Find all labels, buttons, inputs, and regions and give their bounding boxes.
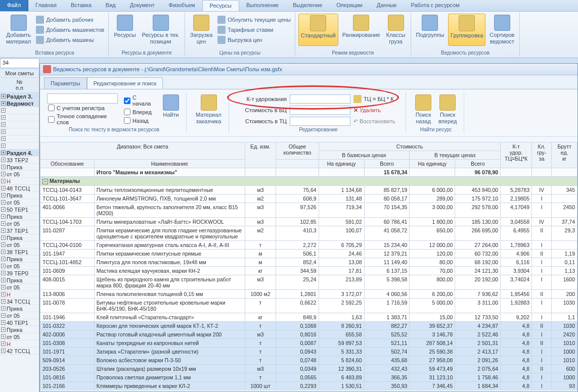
left-row[interactable]: +Раздел 3. bbox=[0, 93, 39, 100]
left-row[interactable]: +Н bbox=[0, 340, 39, 348]
left-row[interactable]: +Прика bbox=[0, 164, 39, 171]
resource-grid[interactable]: Диапазон: Вся смета Ед. изм. Общее колич… bbox=[40, 142, 577, 391]
left-row[interactable]: +Н bbox=[0, 291, 39, 298]
table-row[interactable]: 101-0287Плитки керамические для полов гл… bbox=[40, 226, 577, 241]
left-row[interactable]: +Прика bbox=[0, 192, 39, 199]
menu-tab[interactable]: Операции bbox=[329, 0, 369, 11]
back-checkbox[interactable]: Назад bbox=[123, 116, 156, 125]
left-row[interactable]: +от 05 bbox=[0, 333, 39, 340]
left-row[interactable]: +Прика bbox=[0, 305, 39, 312]
ranking-button[interactable]: Ранжирование bbox=[340, 14, 382, 46]
tab-params[interactable]: Параметры bbox=[44, 77, 87, 89]
left-row[interactable]: +Раздел 4. bbox=[0, 150, 39, 157]
classes-button[interactable]: Классы груза bbox=[384, 14, 408, 46]
category-row[interactable]: −Материалы bbox=[40, 177, 577, 186]
table-row[interactable]: 101-0816Проволока светлая диаметром 1,1 … bbox=[40, 373, 577, 382]
left-row[interactable]: +от 05 bbox=[0, 171, 39, 178]
menu-tab[interactable]: Выделение bbox=[286, 0, 329, 11]
standard-view-button[interactable]: Стандартный bbox=[298, 14, 338, 46]
table-row[interactable]: 101-1971Затирка «Старатели» (разной цвет… bbox=[40, 348, 577, 356]
table-row[interactable]: 101-1946Клей плиточный «Старатель-станда… bbox=[40, 313, 577, 322]
tariff-button[interactable]: Тарифные ставки bbox=[216, 25, 292, 34]
menu-tab[interactable]: Физобъем bbox=[162, 0, 202, 11]
left-row[interactable]: +33 ТЕР2 bbox=[0, 157, 39, 164]
table-row[interactable]: 101-0322Керосин для технических целей ма… bbox=[40, 322, 577, 330]
delete-button[interactable]: Удалить bbox=[353, 107, 381, 114]
menu-tab[interactable]: Главная bbox=[28, 0, 64, 11]
table-row[interactable]: 509-0914Волокно асбестовое марки П-3-50т… bbox=[40, 356, 577, 365]
left-row[interactable]: +42 ТССЦ bbox=[0, 348, 39, 355]
menu-tab[interactable]: Вставка bbox=[64, 0, 99, 11]
load-prices-button[interactable]: Загрузка цен bbox=[188, 14, 214, 46]
table-row[interactable]: 402-0006Раствор готовый кладочный цемент… bbox=[40, 330, 577, 339]
left-row[interactable]: +38 ТЕР1 bbox=[0, 249, 39, 256]
find-button[interactable]: Найти bbox=[161, 93, 181, 126]
zero-prices-button[interactable]: Обнулить текущие цены bbox=[216, 15, 292, 24]
table-row[interactable]: ТССЦ-101-3647Линолеум ARMSTRONG, ПХВ, то… bbox=[40, 194, 577, 203]
left-row[interactable]: +48 ТССЦ bbox=[0, 185, 39, 192]
k-coef-input[interactable] bbox=[290, 94, 350, 104]
left-row[interactable]: +Прика bbox=[0, 213, 39, 220]
left-row[interactable]: +Прика bbox=[0, 277, 39, 284]
left-row[interactable]: + bbox=[0, 107, 39, 114]
add-machinists-button[interactable]: Добавить машинистов bbox=[35, 25, 105, 34]
menu-tab[interactable]: Данные bbox=[370, 0, 404, 11]
add-workers-button[interactable]: Добавить рабочих bbox=[35, 15, 105, 24]
forward-checkbox[interactable]: Вперед bbox=[123, 108, 156, 116]
table-row[interactable]: 401-0066Бетон тяжелый, крупность заполни… bbox=[40, 203, 577, 218]
left-row[interactable]: +от 05 bbox=[0, 263, 39, 270]
table-row[interactable]: ТССЦ-101-4852Плинтуса для полов пластико… bbox=[40, 258, 577, 267]
menu-tab[interactable]: Ресурсы bbox=[202, 0, 239, 11]
search-input[interactable] bbox=[47, 93, 118, 104]
table-row[interactable]: 101-2166Кляммеры приведенные к марке КЛ-… bbox=[40, 382, 577, 390]
customer-material-button[interactable]: Материал заказчика bbox=[194, 93, 224, 126]
table-row[interactable]: 101-0609Мастика клеящая каучуковая, марк… bbox=[40, 267, 577, 275]
left-row[interactable]: +от 05 bbox=[0, 312, 39, 319]
find-forward-button[interactable]: Поиск вперед bbox=[436, 93, 459, 126]
left-row[interactable]: +от 05 bbox=[0, 284, 39, 291]
left-row[interactable]: +40 ТЕР1 bbox=[0, 319, 39, 326]
left-row[interactable]: + bbox=[0, 135, 39, 142]
menu-tab[interactable]: Выполнение bbox=[239, 0, 286, 11]
exact-match-checkbox[interactable]: Точное совпадение слов bbox=[47, 112, 118, 126]
left-row[interactable]: +от 05 bbox=[0, 199, 39, 206]
resources-button[interactable]: Ресурсы bbox=[112, 14, 138, 46]
table-row[interactable]: ТССЦ-204-0100Горячекатаная арматурная ст… bbox=[40, 241, 577, 250]
table-row[interactable]: 101-0308Канаты трехрядные из капроновых … bbox=[40, 339, 577, 348]
left-row[interactable]: +50 ТЕР1 bbox=[0, 206, 39, 213]
subgroups-button[interactable]: Подгруппы bbox=[414, 14, 447, 46]
menu-tab[interactable]: Вид bbox=[99, 0, 123, 11]
tab-edit-search[interactable]: Редактирование и поиск bbox=[87, 77, 163, 89]
table-row[interactable]: 101-1947Плитки керамические плинтусные п… bbox=[40, 250, 577, 258]
from-start-checkbox[interactable]: С начала bbox=[123, 93, 156, 108]
formula-bar[interactable]: 34 bbox=[0, 58, 39, 68]
left-row[interactable]: +от 05 bbox=[0, 241, 39, 249]
sorting-button[interactable]: Сортиров ведомост bbox=[487, 14, 516, 46]
left-tab[interactable]: Мои сметы bbox=[0, 69, 39, 78]
left-row[interactable]: +Прика bbox=[0, 234, 39, 241]
left-row[interactable]: + bbox=[0, 114, 39, 121]
left-row[interactable]: +Н bbox=[0, 178, 39, 185]
left-row[interactable]: +Ведомост bbox=[0, 100, 39, 107]
left-row[interactable]: +Прика bbox=[0, 326, 39, 333]
table-row[interactable]: 113-8006Пленка полиэтиленовая толщиной 0… bbox=[40, 290, 577, 299]
left-row[interactable]: +34 ТССЦ bbox=[0, 298, 39, 305]
grouping-button[interactable]: Группировка bbox=[448, 14, 485, 46]
table-row[interactable]: 101-0078Битумы нефтяные строительные кро… bbox=[40, 299, 577, 313]
left-row[interactable]: +от 05 bbox=[0, 220, 39, 227]
left-row[interactable]: +Прика bbox=[0, 256, 39, 263]
file-menu[interactable]: Файл bbox=[0, 0, 28, 11]
with-case-checkbox[interactable]: С учетом регистра bbox=[47, 104, 118, 112]
cost-tc-input[interactable] bbox=[290, 117, 350, 126]
left-row[interactable]: + bbox=[0, 121, 39, 128]
add-machines-button[interactable]: Добавить машины bbox=[35, 35, 105, 44]
left-row[interactable]: +39 ТЕР0 bbox=[0, 270, 39, 277]
add-material-button[interactable]: Добавить материал bbox=[4, 14, 33, 46]
find-back-button[interactable]: Поиск назад bbox=[413, 93, 433, 126]
export-prices-button[interactable]: Выгрузка цен bbox=[216, 35, 292, 44]
left-row[interactable]: + bbox=[0, 128, 39, 135]
cost-bc-input[interactable] bbox=[290, 106, 350, 115]
menu-tab[interactable]: Работа с ресурсом bbox=[404, 0, 466, 11]
resources-pos-button[interactable]: Ресурсы в тек. позиции bbox=[140, 14, 182, 46]
left-row[interactable]: + bbox=[0, 142, 39, 150]
